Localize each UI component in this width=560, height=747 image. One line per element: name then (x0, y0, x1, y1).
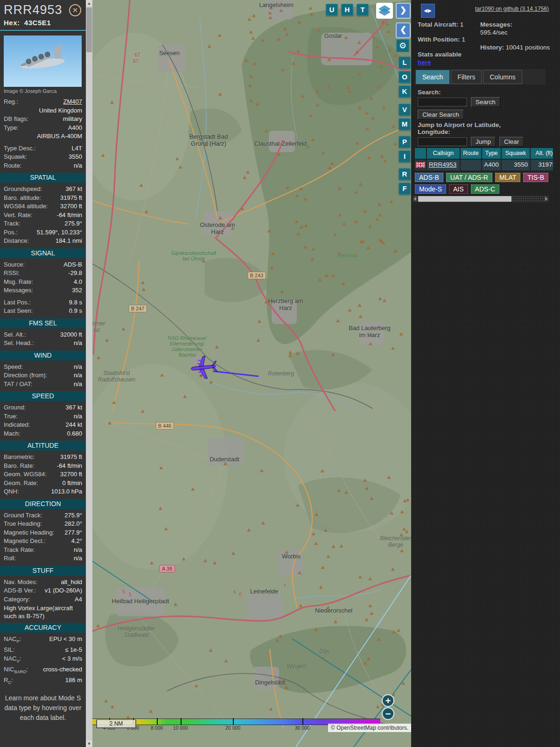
map-button-p[interactable]: P (399, 136, 411, 148)
data-value: 32700 ft (60, 470, 82, 479)
osm-link[interactable]: OpenStreetMap (336, 725, 376, 731)
clear-search-button[interactable]: Clear Search (418, 110, 464, 120)
here-link[interactable]: here (418, 59, 431, 66)
map-label: 5 (129, 592, 132, 597)
scroll-down-icon[interactable]: ▼ (86, 740, 92, 747)
data-value: L4T (72, 144, 82, 153)
search-input[interactable] (418, 98, 467, 106)
data-label: Nav. Modes: (4, 578, 37, 587)
data-label: Magnetic Heading: (4, 529, 54, 537)
map-label: Leinefelde (250, 588, 278, 595)
data-label: Type Desc.: (4, 144, 36, 153)
tab-filters[interactable]: Filters (451, 70, 482, 84)
data-row: RSSI:-29.8 (4, 269, 82, 278)
map-button-v[interactable]: V (399, 104, 411, 116)
column-header[interactable]: Type (482, 148, 501, 159)
callsign-cell[interactable]: RRR4953 (427, 160, 460, 170)
map-label: Dün (319, 648, 329, 655)
history-positions: History: 10041 positions (480, 43, 550, 51)
data-row: Speed:n/a (4, 363, 82, 372)
panel-width-toggle[interactable]: ◀▶ (421, 4, 435, 18)
data-row: Msg. Rate:4.0 (4, 278, 82, 287)
data-row: Sel. Head.:n/a (4, 339, 82, 348)
data-row: NICBARO:cross-checked (4, 665, 82, 676)
scroll-right-icon[interactable] (545, 197, 548, 201)
github-link[interactable]: tar1090 on github (3.14.1756) (475, 6, 549, 12)
data-label: Ground Track: (4, 511, 42, 520)
map-button-o[interactable]: O (399, 71, 411, 83)
data-value: 51.599°, 10.233° (37, 228, 82, 237)
data-label: WGS84 altitude: (4, 202, 48, 211)
search-button[interactable]: Search (471, 97, 500, 107)
legend-tick (302, 718, 303, 725)
column-header[interactable]: Callsign (427, 148, 460, 159)
total-aircraft: Total Aircraft: 1 (418, 21, 479, 28)
data-row: Ground Track:275.9° (4, 511, 82, 520)
jump-button[interactable]: Jump (471, 137, 496, 147)
map-canvas[interactable]: LangelsheimGoslarSeesen6767Bergstadt Bad… (92, 0, 411, 747)
left-panel-scrollbar[interactable]: ▲ ▼ (86, 0, 92, 747)
column-header[interactable]: Alt. (ft) (531, 148, 553, 159)
data-row: Type Desc.:L4T (4, 144, 82, 153)
data-value: n/a (74, 371, 82, 380)
column-header[interactable]: Squawk (502, 148, 530, 159)
registration-link[interactable]: ZM407 (63, 98, 82, 106)
map-button-m[interactable]: M (399, 118, 411, 130)
map-label: 7 (283, 584, 286, 589)
stats-available: Stats availablehere (418, 50, 479, 66)
map-label: StaatsforstRadolfshausen (98, 370, 135, 383)
tab-columns[interactable]: Columns (483, 70, 522, 84)
zoom-in-button[interactable]: + (382, 694, 394, 707)
map-button-u[interactable]: U (326, 4, 338, 16)
scroll-up-icon[interactable]: ▲ (86, 0, 92, 7)
callsign-link[interactable]: RRR4953 (429, 161, 456, 168)
data-label: Geom. WGS84: (4, 470, 47, 479)
divider (0, 30, 86, 31)
map-button-h[interactable]: H (341, 4, 353, 16)
column-header[interactable] (415, 148, 426, 159)
data-row: Last Seen:0.9 s (4, 307, 82, 316)
clear-button[interactable]: Clear (499, 137, 524, 147)
data-value: < 3 m/s (62, 655, 82, 665)
scrollbar-thumb[interactable] (86, 7, 92, 52)
map-button-t[interactable]: T (357, 4, 369, 16)
map-button-r[interactable]: R (399, 168, 411, 180)
column-header[interactable]: Route (461, 148, 481, 159)
data-label: Roll: (4, 554, 16, 563)
table-horizontal-scrollbar[interactable] (413, 196, 549, 202)
map-button-f[interactable]: F (399, 183, 411, 195)
jump-input[interactable] (418, 137, 467, 146)
data-label: Track Rate: (4, 546, 35, 555)
map-label: Herzberg amHarz (268, 297, 303, 311)
map-button-i[interactable]: I (399, 150, 411, 162)
close-icon[interactable]: ✕ (69, 4, 81, 16)
table-row[interactable]: RRR4953A400355031975 (415, 160, 553, 170)
map-label: NSG Rhumeaue/Ellerniederung/Gillersheime… (168, 335, 207, 358)
gear-icon[interactable]: ⚙ (396, 39, 409, 52)
hscroll-thumb[interactable] (418, 196, 511, 202)
legend-tick-label: 8 000 (151, 725, 163, 731)
data-value: n/a (74, 554, 82, 563)
data-value: 9.8 s (69, 298, 82, 307)
data-value: n/a (74, 363, 82, 372)
map-button-l[interactable]: L (399, 56, 411, 69)
scroll-left-icon[interactable] (413, 197, 416, 201)
data-label: Category: (4, 595, 30, 604)
map-label: 6 (239, 592, 242, 597)
map-label: Wingert (287, 663, 306, 669)
layers-icon[interactable] (376, 3, 393, 19)
data-row: NACV:< 3 m/s (4, 655, 82, 665)
tab-search[interactable]: Search (416, 70, 449, 84)
zoom-out-button[interactable]: − (382, 707, 394, 720)
sidebar-collapse-icon[interactable]: ❮ (396, 22, 411, 38)
map-button-k[interactable]: K (399, 85, 411, 98)
source-legend: ADS-BUAT / ADS-RMLATTIS-BMode-SAISADS-C (415, 173, 555, 196)
map-label: Bad Lauterbergim Harz (349, 324, 391, 338)
sidebar-expand-icon[interactable]: ❯ (396, 3, 411, 19)
legend-tick-label: 20 000 (225, 725, 240, 731)
data-row: Type:A400 (4, 124, 82, 133)
map-label: Goslar (324, 32, 342, 39)
map-label: Duderstadt (210, 456, 239, 463)
data-label: Baro. altitude: (4, 194, 41, 203)
data-value: -64 ft/min (57, 211, 82, 220)
